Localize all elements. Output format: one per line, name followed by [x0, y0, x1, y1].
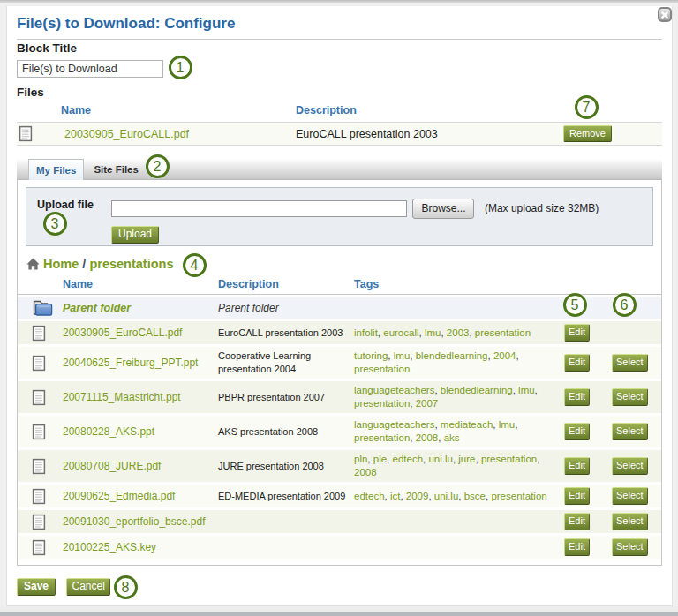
file-tags: languageteachers, mediateach, lmu, prese… [354, 419, 517, 443]
tag-link[interactable]: edtech [354, 491, 385, 501]
file-description [211, 510, 347, 533]
select-button[interactable]: Select [612, 457, 648, 475]
upload-file-input[interactable] [111, 200, 407, 217]
breadcrumb-home-link[interactable]: Home [43, 257, 79, 271]
tag-link[interactable]: uni.lu [428, 454, 453, 464]
tag-link[interactable]: lmu [394, 350, 411, 361]
tag-link[interactable]: bsce [464, 491, 486, 501]
document-icon [19, 125, 33, 142]
tag-link[interactable]: lmu [425, 327, 441, 338]
cancel-button[interactable]: Cancel [66, 578, 109, 596]
close-icon [659, 10, 670, 20]
file-row: 20080708_JURE.pdf JURE presentation 2008… [18, 450, 661, 482]
file-name-link[interactable]: 20090625_Edmedia.pdf [63, 490, 175, 502]
tag-link[interactable]: uni.lu [434, 491, 459, 501]
save-button[interactable]: Save [17, 578, 56, 596]
select-button[interactable]: Select [612, 513, 648, 530]
tag-link[interactable]: lmu [518, 385, 535, 395]
file-name-link[interactable]: 20071115_Maastricht.ppt [63, 391, 181, 403]
tag-link[interactable]: presentation [475, 327, 531, 338]
upload-box: Upload file Browse... (Max upload size 3… [26, 187, 653, 246]
block-title-label: Block Title [17, 41, 662, 55]
file-browser-table: Name Description Tags Parent folder Pare… [18, 274, 661, 561]
document-icon [32, 539, 46, 556]
tag-link[interactable]: 2009 [406, 491, 429, 501]
tab-content: Upload file Browse... (Max upload size 3… [17, 179, 662, 566]
tag-link[interactable]: lmu [499, 419, 516, 430]
remove-button[interactable]: Remove [563, 125, 612, 142]
edit-button[interactable]: Edit [564, 388, 590, 406]
file-name-link[interactable]: 20091030_eportfolio_bsce.pdf [63, 515, 205, 528]
selected-file-name-link[interactable]: 20030905_EuroCALL.pdf [64, 128, 189, 140]
document-icon [32, 514, 46, 530]
tab-my-files[interactable]: My Files [28, 159, 84, 180]
tag-link[interactable]: 2003 [447, 327, 470, 338]
tag-link[interactable]: languageteachers [354, 419, 434, 430]
files-heading: Files [17, 86, 662, 99]
selected-files-table: Name Description 20030905_EuroCALL.pdf E… [17, 101, 662, 146]
select-button[interactable]: Select [612, 487, 648, 505]
tag-link[interactable]: aks [444, 432, 460, 443]
tag-link[interactable]: mediateach [441, 419, 493, 430]
edit-button[interactable]: Edit [564, 487, 590, 505]
upload-button[interactable]: Upload [111, 226, 159, 244]
tag-link[interactable]: 2004 [493, 350, 516, 361]
tag-link[interactable]: edtech [393, 454, 424, 464]
edit-button[interactable]: Edit [564, 354, 590, 372]
tag-link[interactable]: presentation [354, 364, 410, 374]
tag-link[interactable]: presentation [481, 454, 537, 464]
file-tags: pln, ple, edtech, uni.lu, jure, presenta… [354, 454, 539, 477]
tag-link[interactable]: presentation [354, 432, 410, 443]
file-row: 20030905_EuroCALL.pdf EuroCALL presentat… [18, 321, 661, 344]
edit-button[interactable]: Edit [564, 423, 590, 440]
close-button[interactable] [658, 7, 672, 22]
tag-link[interactable]: blendedlearning [441, 385, 513, 395]
file-name-link[interactable]: 20100225_AKS.key [63, 541, 156, 553]
tag-link[interactable]: presentation [354, 398, 410, 409]
tag-link[interactable]: pln [354, 454, 367, 464]
block-title-input[interactable] [17, 60, 163, 78]
parent-folder-link[interactable]: Parent folder [63, 302, 131, 314]
edit-button[interactable]: Edit [564, 324, 590, 342]
browser-tags-header: Tags [347, 276, 560, 295]
folder-icon [32, 299, 53, 317]
dialog-title: File(s) to Download: Configure [17, 8, 662, 40]
file-name-link[interactable]: 20080708_JURE.pdf [63, 460, 161, 472]
selected-files-description-header: Description [289, 101, 554, 123]
select-button[interactable]: Select [612, 423, 648, 440]
tag-link[interactable]: ple [373, 454, 387, 464]
annotation-circle-1: 1 [169, 56, 192, 79]
tag-link[interactable]: tutoring [354, 350, 388, 361]
tag-link[interactable]: 2008 [354, 467, 377, 477]
breadcrumb: Home / presentations [26, 257, 661, 274]
document-icon [32, 458, 46, 475]
edit-button[interactable]: Edit [564, 513, 590, 530]
select-button[interactable]: Select [612, 538, 648, 556]
file-name-link[interactable]: 20040625_Freiburg_PPT.ppt [63, 357, 198, 369]
edit-button[interactable]: Edit [564, 538, 590, 556]
tag-link[interactable]: presentation [491, 491, 546, 501]
tag-link[interactable]: blendedlearning [416, 350, 488, 361]
breadcrumb-folder-link[interactable]: presentations [89, 257, 173, 271]
file-tags: infolit, eurocall, lmu, 2003, presentati… [354, 327, 531, 338]
browser-name-header: Name [56, 276, 211, 295]
file-row: 20090625_Edmedia.pdf ED-MEDIA presentati… [18, 485, 661, 507]
file-name-link[interactable]: 20080228_AKS.ppt [63, 425, 154, 438]
file-name-link[interactable]: 20030905_EuroCALL.pdf [63, 327, 182, 339]
select-button[interactable]: Select [612, 354, 648, 372]
edit-button[interactable]: Edit [564, 457, 590, 475]
tag-link[interactable]: eurocall [383, 327, 418, 338]
selected-file-row: 20030905_EuroCALL.pdf EuroCALL presentat… [17, 123, 662, 146]
tag-link[interactable]: languageteachers [354, 385, 434, 395]
tag-link[interactable]: infolit [354, 327, 378, 338]
tab-site-files[interactable]: Site Files [84, 159, 149, 179]
annotation-circle-2: 2 [146, 154, 170, 178]
annotation-circle-4: 4 [183, 253, 207, 277]
tag-link[interactable]: ict [390, 491, 401, 501]
tag-link[interactable]: 2008 [416, 432, 439, 443]
browse-button[interactable]: Browse... [412, 199, 474, 219]
file-description: Cooperative Learning presentation 2004 [211, 347, 347, 379]
select-button[interactable]: Select [612, 388, 648, 406]
tag-link[interactable]: 2007 [416, 398, 439, 409]
tag-link[interactable]: jure [458, 454, 475, 464]
